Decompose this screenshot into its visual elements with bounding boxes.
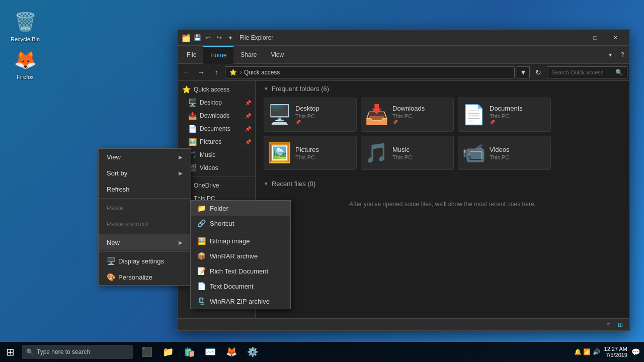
nav-back[interactable]: ←	[180, 66, 193, 79]
clock-date: 7/5/2019	[606, 352, 627, 358]
sub-ctx-winrar-zip[interactable]: 🗜️ WinRAR ZIP archive	[191, 294, 290, 309]
sidebar-item-pictures[interactable]: 🖼️ Pictures 📌	[178, 135, 255, 148]
desktop-sidebar-icon: 🖥️	[188, 98, 197, 107]
sub-ctx-shortcut-label: Shortcut	[210, 220, 234, 227]
qat-redo[interactable]: ↪	[214, 33, 224, 43]
ribbon-help[interactable]: ?	[617, 50, 627, 60]
status-bar: ≡ ⊞	[178, 318, 629, 330]
search-box[interactable]: Search Quick access 🔍	[547, 66, 627, 78]
sidebar-label-desktop: Desktop	[200, 99, 222, 106]
tab-file[interactable]: File	[180, 46, 203, 64]
ctx-new[interactable]: New ▶	[99, 234, 191, 250]
ctx-view-label: View	[107, 153, 121, 161]
ctx-refresh[interactable]: Refresh	[99, 181, 191, 197]
folder-grid: 🖥️ Desktop This PC 📌 📥 Downloads This PC	[264, 98, 621, 170]
folder-desktop-pin: 📌	[295, 120, 319, 125]
maximize-button[interactable]: □	[585, 30, 605, 46]
start-button[interactable]: ⊞	[0, 342, 20, 362]
tab-view[interactable]: View	[264, 46, 291, 64]
firefox-taskbar[interactable]: 🦊	[221, 342, 242, 362]
chevron-down-icon: ▼	[264, 86, 269, 92]
store-taskbar[interactable]: 🛍️	[179, 342, 199, 362]
ribbon-collapse[interactable]: ▾	[605, 50, 615, 60]
taskview-button[interactable]: ⬛	[137, 342, 157, 362]
list-view-button[interactable]: ≡	[603, 320, 613, 330]
sub-ctx-rich-text[interactable]: 📝 Rich Text Document	[191, 263, 290, 279]
pin-icon-pictures: 📌	[245, 139, 251, 145]
sub-ctx-text-doc[interactable]: 📄 Text Document	[191, 279, 290, 294]
tab-home[interactable]: Home	[203, 46, 233, 64]
minimize-button[interactable]: ─	[565, 30, 585, 46]
ctx-display-settings[interactable]: 🖥️ Display settings	[99, 253, 191, 269]
sidebar-item-desktop[interactable]: 🖥️ Desktop 📌	[178, 96, 255, 109]
folder-videos-info: Videos This PC	[490, 146, 510, 160]
sidebar-label-documents: Documents	[200, 125, 230, 132]
sidebar-label-videos: Videos	[200, 164, 218, 171]
sub-ctx-winrar[interactable]: 📦 WinRAR archive	[191, 248, 290, 263]
settings-taskbar[interactable]: ⚙️	[243, 342, 263, 362]
folder-music-info: Music This PC	[392, 146, 412, 160]
search-icon: 🔍	[26, 348, 34, 355]
recent-files-title: Recent files (0)	[272, 180, 315, 188]
qat-undo[interactable]: ↩	[203, 33, 213, 43]
notification-icon[interactable]: 💬	[631, 348, 640, 356]
sub-ctx-bitmap-label: Bitmap image	[210, 237, 250, 245]
sub-ctx-shortcut[interactable]: 🔗 Shortcut	[191, 216, 290, 231]
sidebar-item-downloads[interactable]: 📥 Downloads 📌	[178, 109, 255, 122]
folder-pictures[interactable]: 🖼️ Pictures This PC	[264, 136, 357, 170]
ctx-separator-1	[99, 198, 191, 199]
folder-downloads-name: Downloads	[392, 105, 425, 112]
folder-desktop[interactable]: 🖥️ Desktop This PC 📌	[264, 98, 357, 132]
sub-ctx-winrar-label: WinRAR archive	[210, 252, 258, 260]
qat-dropdown[interactable]: ▾	[225, 33, 235, 43]
recent-chevron-icon: ▼	[264, 181, 269, 187]
folder-documents-info: Documents This PC 📌	[490, 105, 523, 125]
folder-videos[interactable]: 📹 Videos This PC	[458, 136, 551, 170]
firefox-image: 🦊	[13, 48, 37, 72]
folder-videos-icon: 📹	[462, 142, 485, 164]
folder-documents[interactable]: 📄 Documents This PC 📌	[458, 98, 551, 132]
ribbon-right: ▾ ?	[605, 50, 627, 60]
personalize-icon: 🎨	[107, 273, 115, 281]
sidebar-item-documents[interactable]: 📄 Documents 📌	[178, 122, 255, 135]
ctx-view[interactable]: View ▶	[99, 149, 191, 165]
recent-files-header[interactable]: ▼ Recent files (0)	[264, 180, 621, 188]
mail-taskbar[interactable]: ✉️	[200, 342, 220, 362]
content-area: ▼ Frequent folders (6) 🖥️ Desktop This P…	[256, 81, 629, 318]
path-dropdown[interactable]: ▾	[517, 66, 530, 78]
sub-ctx-bitmap[interactable]: 🖼️ Bitmap image	[191, 233, 290, 248]
taskbar-clock[interactable]: 12:27 AM 7/5/2019	[604, 346, 627, 358]
ctx-sort-by[interactable]: Sort by ▶	[99, 165, 191, 181]
quick-access-icon: ⭐	[182, 85, 191, 94]
tab-share[interactable]: Share	[233, 46, 264, 64]
grid-view-button[interactable]: ⊞	[615, 320, 625, 330]
file-explorer-taskbar[interactable]: 📁	[158, 342, 178, 362]
recycle-bin-icon[interactable]: 🗑️ Recycle Bin	[5, 8, 45, 45]
folder-downloads[interactable]: 📥 Downloads This PC 📌	[361, 98, 454, 132]
ctx-sort-by-label: Sort by	[107, 169, 127, 177]
sub-ctx-folder[interactable]: 📁 Folder	[191, 201, 290, 216]
firefox-icon[interactable]: 🦊 Firefox	[5, 45, 45, 82]
ctx-sort-by-arrow: ▶	[179, 170, 183, 176]
taskbar-search[interactable]: 🔍 Type here to search	[22, 345, 133, 359]
folder-videos-path: This PC	[490, 154, 510, 160]
refresh-button[interactable]: ↻	[532, 66, 545, 79]
close-button[interactable]: ✕	[605, 30, 625, 46]
frequent-folders-header[interactable]: ▼ Frequent folders (6)	[264, 85, 621, 93]
qat-save[interactable]: 💾	[192, 33, 202, 43]
sidebar-label-music: Music	[200, 151, 215, 158]
nav-up[interactable]: ↑	[210, 66, 223, 79]
display-settings-icon: 🖥️	[107, 257, 115, 265]
ctx-personalize[interactable]: 🎨 Personalize	[99, 269, 191, 285]
recent-files-empty: After you've opened some files, we'll sh…	[264, 193, 621, 216]
folder-music[interactable]: 🎵 Music This PC	[361, 136, 454, 170]
ctx-paste-shortcut-label: Paste shortcut	[107, 220, 148, 228]
ctx-personalize-label: Personalize	[118, 274, 152, 281]
nav-forward[interactable]: →	[195, 66, 208, 79]
text-doc-new-icon: 📄	[197, 282, 206, 291]
address-path[interactable]: ⭐ › Quick access	[225, 66, 515, 78]
ctx-new-label: New	[107, 239, 120, 246]
sidebar-item-quick-access[interactable]: ⭐ Quick access	[178, 83, 255, 96]
documents-sidebar-icon: 📄	[188, 124, 197, 133]
window-title: File Explorer	[239, 34, 565, 41]
